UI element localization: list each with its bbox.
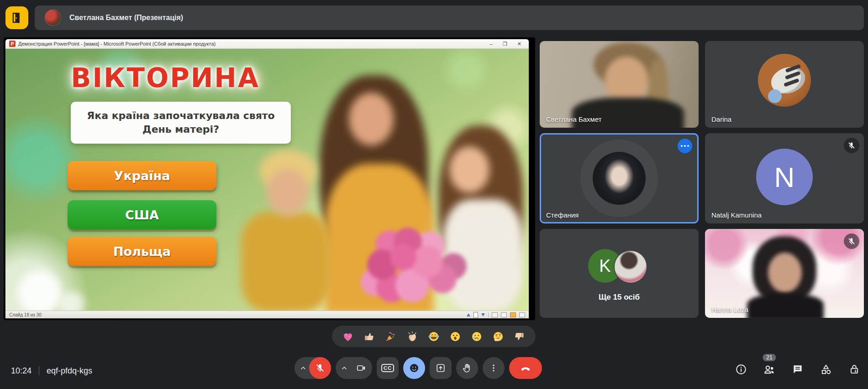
activities-button[interactable] — [820, 361, 832, 378]
more-vert-icon — [489, 363, 498, 373]
quiz-title: ВІКТОРИНА — [51, 62, 279, 93]
next-slide-icon[interactable] — [481, 313, 485, 316]
answer-button-poland[interactable]: Польща — [68, 237, 216, 266]
more-people-label: Ще 15 осіб — [540, 293, 699, 302]
browse-slides-icon[interactable] — [473, 312, 478, 318]
meeting-info: 10:24 eqf-pfdq-kgs — [11, 362, 92, 380]
reaction-surprised-face-icon[interactable] — [448, 330, 462, 343]
home-button[interactable] — [5, 6, 28, 29]
quiz-question: Яка країна започаткувала свято День мате… — [71, 102, 291, 144]
participant-tile-svetlana[interactable]: Светлана Бахмет — [540, 41, 699, 128]
participant-tile-natalj[interactable]: N Natalj Kamunina — [705, 133, 864, 223]
reaction-thumbs-up-icon[interactable] — [363, 330, 376, 343]
camera-button[interactable] — [350, 357, 372, 379]
reaction-crying-face-icon[interactable] — [470, 330, 484, 343]
activities-icon — [820, 363, 832, 375]
people-icon — [763, 363, 776, 376]
ppt-titlebar: P Демонстрация PowerPoint - [мама] - Mic… — [5, 39, 529, 49]
mic-mute-button[interactable] — [309, 357, 331, 379]
pinned-presentation-pill[interactable]: Светлана Бахмет (Презентація) — [35, 5, 864, 30]
present-button[interactable] — [430, 357, 452, 379]
answer-button-usa[interactable]: США — [68, 200, 216, 229]
powerpoint-window: P Демонстрация PowerPoint - [мама] - Mic… — [5, 39, 529, 318]
more-options-button[interactable] — [483, 357, 505, 379]
phone-hangup-icon — [520, 362, 531, 374]
participant-video — [540, 41, 699, 128]
door-icon — [11, 11, 23, 24]
camera-control-group — [336, 357, 372, 379]
chat-button[interactable] — [791, 361, 804, 378]
leave-call-button[interactable] — [509, 357, 542, 379]
panel-icons: 21 — [735, 361, 861, 378]
participant-name: Darina — [711, 115, 731, 123]
hand-icon — [462, 363, 472, 373]
meet-window: Светлана Бахмет (Презентація) P Демонстр… — [0, 0, 868, 389]
mic-options-chevron[interactable] — [297, 357, 309, 379]
people-button[interactable]: 21 — [763, 361, 776, 378]
participants-grid: Светлана Бахмет Darina Стефания N — [540, 41, 864, 318]
reactions-bar — [332, 326, 536, 347]
reaction-face-tears-of-joy-icon[interactable] — [427, 330, 441, 343]
maximize-button[interactable]: ❐ — [503, 40, 507, 48]
host-controls-button[interactable] — [848, 361, 861, 378]
powerpoint-icon: P — [9, 41, 16, 47]
participant-video — [705, 229, 864, 318]
tile-options-button[interactable] — [678, 139, 692, 153]
avatar — [45, 10, 61, 26]
captions-button[interactable]: CC — [377, 357, 399, 379]
close-button[interactable]: ✕ — [517, 40, 521, 48]
chat-icon — [792, 363, 804, 375]
participant-count-badge: 21 — [763, 354, 776, 361]
meeting-code: eqf-pfdq-kgs — [47, 366, 92, 376]
clock-time: 10:24 — [11, 366, 32, 376]
participant-name: Светлана Бахмет — [546, 115, 602, 123]
avatar-initial: N — [756, 149, 813, 205]
info-icon — [735, 363, 747, 375]
participant-tile-stefania[interactable]: Стефания — [540, 133, 699, 223]
normal-view-icon[interactable] — [492, 312, 498, 317]
presenter-name: Светлана Бахмет (Презентація) — [69, 14, 183, 22]
camera-options-chevron[interactable] — [338, 357, 350, 379]
participant-name: Стефания — [546, 211, 579, 219]
reaction-sparkling-heart-icon[interactable] — [341, 330, 355, 343]
slide-counter: Слайд 18 из 30 — [9, 312, 42, 317]
participant-tile-hanna[interactable]: Hanna Loza — [705, 229, 864, 318]
participant-tile-darina[interactable]: Darina — [705, 41, 864, 128]
minimize-button[interactable]: – — [490, 40, 493, 48]
mic-off-icon — [844, 138, 859, 153]
reaction-thumbs-down-icon[interactable] — [512, 330, 526, 343]
ppt-window-title: Демонстрация PowerPoint - [мама] - Micro… — [18, 41, 216, 47]
participant-name: Hanna Loza — [711, 306, 748, 313]
mic-off-icon — [844, 233, 859, 249]
avatar — [615, 251, 647, 283]
cc-icon: CC — [381, 364, 394, 372]
reaction-party-popper-icon[interactable] — [384, 330, 398, 343]
avatar — [758, 54, 811, 107]
avatar — [593, 152, 646, 205]
overflow-tile[interactable]: K Ще 15 осіб — [540, 229, 699, 318]
reactions-button[interactable] — [403, 357, 425, 379]
reaction-clapping-hands-icon[interactable] — [405, 330, 419, 343]
ppt-statusbar: Слайд 18 из 30 — [5, 311, 529, 318]
participant-name: Natalj Kamunina — [711, 211, 762, 219]
call-controls: CC — [295, 357, 542, 379]
meeting-details-button[interactable] — [735, 361, 747, 378]
present-icon — [436, 363, 446, 373]
previous-slide-icon[interactable] — [467, 313, 470, 316]
answer-button-ukraine[interactable]: Україна — [68, 161, 216, 190]
smiley-icon — [409, 363, 420, 373]
slide-sorter-view-icon[interactable] — [501, 312, 507, 317]
ppt-slide: ВІКТОРИНА Яка країна започаткувала свято… — [5, 49, 529, 311]
reaction-thinking-face-icon[interactable] — [491, 330, 505, 343]
divider — [39, 366, 39, 375]
raise-hand-button[interactable] — [456, 357, 478, 379]
mic-control-group — [295, 357, 331, 379]
reading-view-icon[interactable] — [519, 312, 525, 317]
lock-icon — [848, 363, 860, 375]
slideshow-view-icon[interactable] — [510, 312, 516, 317]
